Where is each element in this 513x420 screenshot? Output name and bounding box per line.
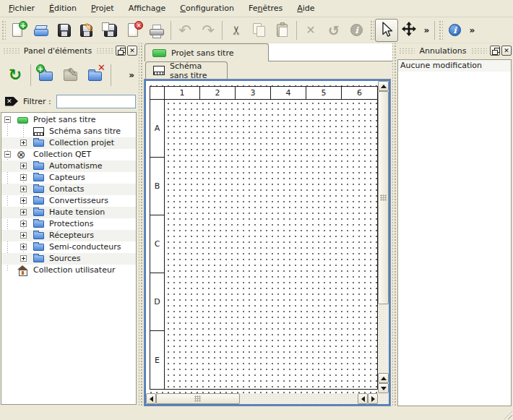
toolbar-button-print[interactable]	[145, 19, 168, 42]
save-icon	[56, 22, 73, 39]
toolbar-button-rotate[interactable]: ↺	[322, 19, 345, 42]
expand-icon[interactable]	[20, 197, 27, 204]
menu-edition[interactable]: Édition	[42, 1, 84, 16]
toolbar-button-delete[interactable]: ✕	[299, 19, 322, 42]
menu-configuration[interactable]: Configuration	[173, 1, 241, 16]
tree-item-collection-projet[interactable]: Collection projet	[1, 137, 136, 149]
tree-item-convertisseurs[interactable]: Convertisseurs	[1, 195, 136, 207]
scroll-left-button[interactable]	[146, 393, 156, 404]
collapse-icon[interactable]	[4, 151, 11, 158]
toolbar-overflow-button[interactable]: »	[467, 25, 478, 35]
schematic-canvas[interactable]: 123456 ABCDE	[146, 81, 378, 393]
filter-input[interactable]	[56, 95, 136, 108]
qelectrotech-window: { "menu": { "items": [ {"label": "Fichie…	[0, 0, 513, 420]
expand-icon[interactable]	[20, 255, 27, 262]
float-panel-button[interactable]	[116, 46, 126, 56]
expand-icon[interactable]	[20, 209, 27, 215]
elements-panel-title: Panel d'éléments	[22, 46, 93, 56]
titlebar-texture	[399, 48, 415, 54]
schematic-view-focus-frame: 123456 ABCDE	[145, 80, 390, 406]
collapse-icon[interactable]	[4, 116, 11, 123]
toolbar-button-undo[interactable]: ↶	[173, 19, 197, 42]
menu-aide[interactable]: Aide	[290, 1, 322, 16]
save-all-icon	[102, 22, 119, 39]
tree-item-protections[interactable]: Protections	[1, 218, 136, 230]
menu-fenetres[interactable]: Fenêtres	[241, 1, 290, 16]
horizontal-scroll-thumb[interactable]	[156, 393, 240, 404]
scroll-up-button-2[interactable]	[378, 373, 389, 383]
expand-icon[interactable]	[20, 140, 27, 146]
tree-item-collection-utilisateur[interactable]: Collection utilisateur	[1, 265, 136, 276]
tree-item-projet-sans-titre[interactable]: Projet sans titre	[1, 114, 136, 126]
project-icon	[152, 49, 166, 57]
toolbar-button-open-document[interactable]	[30, 19, 53, 42]
toolbar-button-copy[interactable]	[248, 19, 271, 42]
titlebar-texture	[96, 48, 113, 54]
tab-schema[interactable]: Schéma sans titre	[145, 61, 228, 79]
tree-item-recepteurs[interactable]: Récepteurs	[1, 230, 136, 241]
close-panel-button[interactable]	[501, 46, 512, 56]
resize-grip[interactable]	[503, 410, 512, 419]
undo-list-item[interactable]: Aucune modification	[398, 60, 511, 72]
toolbar-button-info-blue[interactable]: i	[444, 19, 467, 42]
expand-icon[interactable]	[20, 244, 27, 250]
clear-filter-icon[interactable]: ✕	[5, 97, 18, 106]
schema-tab-bar: Schéma sans titre	[144, 61, 392, 79]
scroll-up-button[interactable]	[378, 81, 389, 91]
toolbar-button-paste[interactable]	[271, 19, 294, 42]
toolbar-button-save-as[interactable]: ✎	[76, 19, 99, 42]
scroll-down-button[interactable]	[378, 383, 389, 393]
column-header: 2	[200, 87, 236, 100]
expand-icon[interactable]	[20, 163, 27, 169]
expand-icon[interactable]	[20, 232, 27, 239]
tree-item-label: Haute tension	[49, 207, 105, 217]
scroll-left-button-2[interactable]	[358, 393, 368, 404]
row-header-column: ABCDE	[150, 100, 165, 389]
toolbar-button-close-document[interactable]: ✕	[122, 19, 145, 42]
expand-icon[interactable]	[20, 186, 27, 192]
toolbar-button-folder-edit[interactable]: ✎	[60, 64, 82, 86]
toolbar-drag-handle[interactable]	[438, 20, 443, 41]
tree-item-haute-tension[interactable]: Haute tension	[1, 207, 136, 218]
row-header: A	[150, 100, 165, 158]
toolbar-drag-handle[interactable]	[369, 20, 374, 41]
toolbar-button-folder-delete[interactable]: ✕	[85, 64, 106, 86]
tree-item-collection-qet[interactable]: ⊗Collection QET	[1, 149, 136, 160]
tree-item-contacts[interactable]: Contacts	[1, 184, 136, 195]
menu-affichage[interactable]: Affichage	[121, 1, 173, 16]
toolbar-button-pointer[interactable]	[375, 19, 398, 42]
toolbar-button-redo[interactable]: ↷	[197, 19, 220, 42]
scroll-right-button[interactable]	[368, 393, 378, 404]
column-header: 1	[165, 87, 200, 100]
tree-item-schema-sans-titre[interactable]: Schéma sans titre	[1, 126, 136, 137]
toolbar-button-info[interactable]: i	[345, 19, 368, 42]
toolbar-drag-handle[interactable]	[1, 20, 6, 41]
vertical-scroll-thumb[interactable]	[378, 91, 389, 304]
toolbar-separator	[296, 21, 297, 40]
toolbar-button-refresh[interactable]: ↻	[4, 64, 26, 86]
menu-fichier[interactable]: Fichier	[1, 1, 42, 16]
folder-icon	[33, 195, 45, 207]
toolbar-button-save[interactable]	[53, 19, 76, 42]
expand-icon[interactable]	[20, 174, 27, 181]
menu-projet[interactable]: Projet	[84, 1, 121, 16]
toolbar-overflow-button[interactable]: »	[129, 70, 134, 80]
expand-icon[interactable]	[20, 220, 27, 227]
tree-item-semi-conducteurs[interactable]: Semi-conducteurs	[1, 241, 136, 253]
vertical-scrollbar[interactable]	[378, 81, 389, 393]
tree-item-label: Collection projet	[49, 138, 114, 147]
tree-item-sources[interactable]: Sources	[1, 253, 136, 265]
tree-item-capteurs[interactable]: Capteurs	[1, 172, 136, 184]
toolbar-button-move[interactable]	[398, 19, 421, 42]
tree-item-automatisme[interactable]: Automatisme	[1, 160, 136, 172]
toolbar-button-new-document[interactable]: +	[7, 19, 30, 42]
float-panel-button[interactable]	[490, 46, 500, 56]
toolbar-button-folder-new[interactable]: +	[35, 64, 57, 86]
toolbar-button-cut[interactable]: ✂	[225, 19, 248, 42]
toolbar-button-save-all[interactable]	[99, 19, 122, 42]
horizontal-scrollbar[interactable]	[146, 393, 378, 404]
left-splitter[interactable]	[139, 43, 144, 406]
toolbar-overflow-button[interactable]: »	[421, 25, 432, 35]
close-panel-button[interactable]	[127, 46, 137, 56]
tab-project[interactable]: Projet sans titre	[145, 43, 269, 61]
